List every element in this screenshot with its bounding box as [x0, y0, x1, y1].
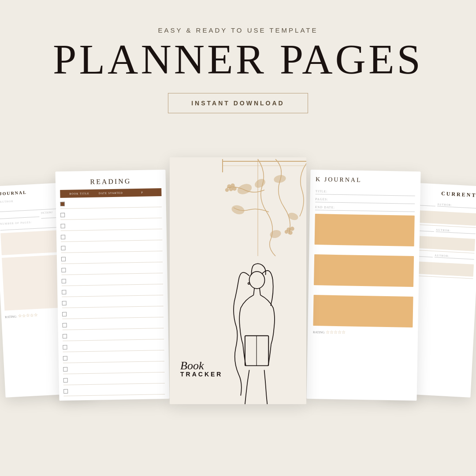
reading-row	[60, 197, 162, 209]
bjournal-heading: K JOURNAL	[310, 170, 421, 188]
reading-row	[61, 253, 163, 264]
reading-table-header: BOOK TITLE DATE STARTED P	[60, 188, 161, 198]
svg-point-10	[226, 189, 229, 192]
reading-girl	[214, 259, 302, 404]
left-card: READING BOOK TITLE DATE STARTED P	[55, 170, 169, 401]
book-tracker-cover: Book TRACKER	[170, 157, 306, 404]
svg-point-1	[231, 205, 245, 216]
reading-row	[63, 330, 164, 341]
right-card: K JOURNAL TITLE: PAGES: END DATE: RATING…	[306, 170, 420, 401]
reading-row	[62, 308, 164, 319]
svg-point-13	[289, 231, 292, 234]
cta-button[interactable]: INSTANT DOWNLOAD	[168, 93, 308, 113]
reading-row	[63, 352, 164, 363]
reading-row	[60, 208, 162, 220]
reading-row	[63, 341, 164, 352]
bjournal-block-2	[314, 254, 414, 287]
bjournal-rating: RATING: ☆☆☆☆☆	[313, 329, 413, 336]
svg-point-22	[248, 283, 250, 284]
svg-point-12	[290, 227, 294, 231]
svg-point-19	[249, 271, 265, 289]
pages-preview: JOURNAL AUTHOR FICTION? NUMBER OF PAGES:…	[0, 135, 476, 409]
subtitle-text: EASY & READY TO USE TEMPLATE	[53, 26, 423, 34]
reading-row	[60, 219, 162, 231]
page-header: EASY & READY TO USE TEMPLATE PLANNER PAG…	[53, 26, 423, 113]
svg-point-9	[233, 187, 236, 190]
center-card: Book TRACKER	[170, 157, 306, 404]
bjournal-pages-field: PAGES:	[315, 196, 415, 204]
fl-date-field	[0, 212, 39, 219]
reading-row	[63, 374, 165, 385]
reading-row	[62, 297, 164, 308]
svg-point-4	[287, 212, 298, 221]
bjournal-title-field: TITLE:	[316, 188, 415, 196]
reading-row	[61, 231, 162, 242]
svg-point-0	[237, 182, 253, 196]
bjournal-block-3	[313, 295, 413, 327]
book-tracker-title: Book TRACKER	[180, 359, 223, 378]
reading-row	[61, 264, 163, 275]
reading-row	[61, 242, 162, 253]
reading-row	[62, 319, 164, 330]
reading-heading: READING	[55, 170, 166, 190]
svg-point-2	[254, 178, 267, 189]
reading-row	[63, 385, 165, 396]
bjournal-block-1	[315, 214, 415, 246]
svg-point-8	[229, 187, 233, 191]
bjournal-enddate-field: END DATE:	[315, 204, 415, 212]
reading-row	[62, 286, 163, 297]
reading-row	[63, 363, 164, 374]
reading-row	[62, 275, 163, 286]
svg-point-3	[274, 175, 286, 183]
svg-point-14	[285, 231, 288, 234]
main-title: PLANNER PAGES	[53, 38, 423, 81]
